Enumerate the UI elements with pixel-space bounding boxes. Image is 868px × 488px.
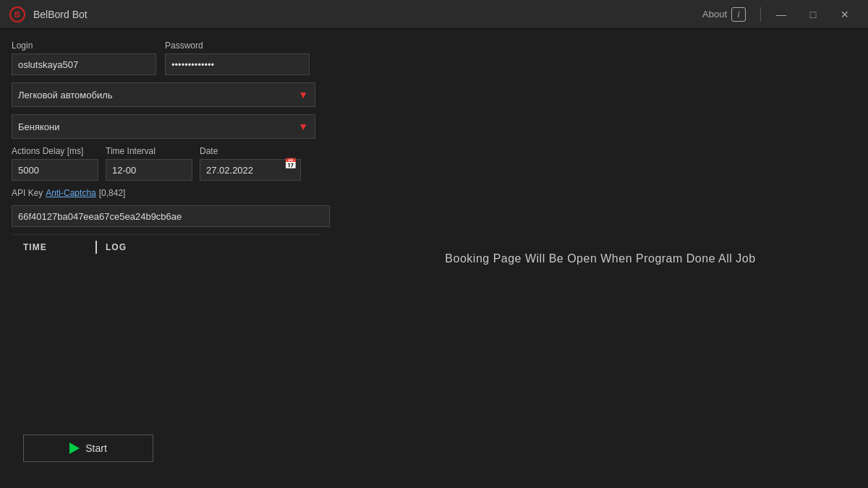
api-key-input[interactable] <box>12 205 330 227</box>
app-title: BelBord Bot <box>33 9 702 20</box>
titlebar: B BelBord Bot About i — □ ✕ <box>0 0 868 29</box>
left-panel: Login Password Легковой автомобиль Грузо… <box>0 29 333 488</box>
login-label: Login <box>12 40 156 51</box>
interval-label: Time Interval <box>106 146 192 156</box>
password-input[interactable] <box>165 53 310 75</box>
info-icon: i <box>731 7 746 22</box>
credentials-row: Login Password <box>12 40 321 75</box>
start-button[interactable]: Start <box>23 435 153 462</box>
maximize-button[interactable]: □ <box>799 4 827 25</box>
api-balance: [0,842] <box>99 188 126 198</box>
booking-info-text: Booking Page Will Be Open When Program D… <box>333 29 868 488</box>
log-separator <box>95 241 97 254</box>
log-area <box>12 261 321 419</box>
close-button[interactable]: ✕ <box>830 4 859 25</box>
login-input[interactable] <box>12 53 156 75</box>
vehicle-dropdown-wrapper: Легковой автомобиль Грузовой автомобиль … <box>12 82 315 107</box>
about-button[interactable]: About i <box>702 7 746 22</box>
anti-captcha-link[interactable]: Anti-Captcha <box>46 188 95 198</box>
svg-text:B: B <box>14 10 20 19</box>
location-dropdown-wrapper: Бенякони Брест Гродно Минск ▼ <box>12 114 315 139</box>
api-label-row: API Key Anti-Captcha [0,842] <box>12 188 321 198</box>
belbord-logo: B <box>9 6 26 23</box>
interval-input[interactable] <box>106 159 192 181</box>
timing-row: Actions Delay [ms] Time Interval Date 📅 <box>12 146 321 181</box>
play-icon <box>69 442 80 454</box>
login-group: Login <box>12 40 156 75</box>
vehicle-select[interactable]: Легковой автомобиль Грузовой автомобиль … <box>12 82 315 107</box>
date-label: Date <box>200 146 301 156</box>
delay-input[interactable] <box>12 159 98 181</box>
location-select[interactable]: Бенякони Брест Гродно Минск <box>12 114 315 139</box>
bottom-bar: Start <box>12 426 321 476</box>
minimize-button[interactable]: — <box>767 4 796 25</box>
right-panel: Booking Page Will Be Open When Program D… <box>333 29 868 488</box>
log-time-header: TIME <box>23 242 95 252</box>
start-label: Start <box>85 442 107 454</box>
date-group: Date 📅 <box>200 146 301 181</box>
delay-group: Actions Delay [ms] <box>12 146 98 181</box>
window-controls: — □ ✕ <box>767 4 859 25</box>
api-label: API Key <box>12 188 43 198</box>
titlebar-separator <box>760 7 761 22</box>
log-header: TIME LOG <box>12 234 321 254</box>
about-label: About <box>702 9 727 20</box>
password-group: Password <box>165 40 310 75</box>
main-container: Login Password Легковой автомобиль Грузо… <box>0 29 868 488</box>
interval-group: Time Interval <box>106 146 192 181</box>
password-label: Password <box>165 40 310 51</box>
delay-label: Actions Delay [ms] <box>12 146 98 156</box>
log-col-header: LOG <box>106 242 127 252</box>
date-input[interactable] <box>200 159 301 181</box>
